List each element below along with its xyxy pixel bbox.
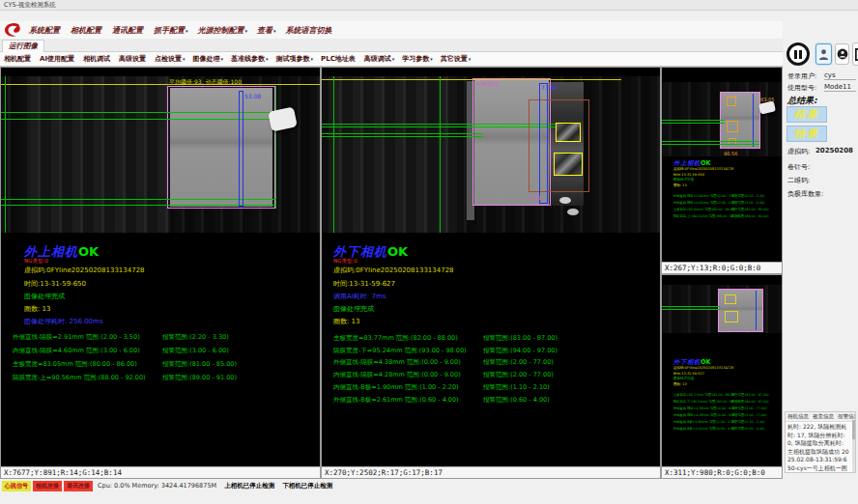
alarm-range-text: 报警范围:(89.00 - 91.00)	[731, 213, 768, 218]
mini-top-time-line: 时间:13-31-59-650	[673, 172, 704, 177]
middle-ai-detect-box-1	[556, 123, 581, 142]
measurement-text: 外侧直线-隔膜=4.38mm 范围:(0.00 - 9.00)	[333, 358, 483, 367]
left-green-vline-2	[275, 86, 276, 209]
person-icon	[818, 48, 829, 61]
alarm-range-text: 报警范围:(0.60 - 4.00)	[731, 426, 764, 431]
info-tab-vision[interactable]: 视觉信息	[813, 413, 834, 420]
virtual-code-label: 虚拟码:	[787, 147, 810, 156]
chevron-down-icon: ▾	[311, 56, 314, 62]
left-camera-canvas[interactable]: 平均阈值:93, 动态阈值:100 53.08 外上相机OK NG类型:0 虚拟…	[1, 68, 320, 466]
mini-top-detect-box-2	[727, 121, 738, 132]
alarm-range-text: 报警范围:(2.00 - 77.00)	[731, 412, 766, 417]
virtual-code-value: 20250208	[815, 147, 853, 154]
menu-item-label: 抓手配置	[154, 26, 185, 35]
chevron-down-icon: ▾	[469, 56, 472, 62]
menu-item[interactable]: 系统语言切换	[286, 25, 333, 36]
menu-item-label: 系统配置	[29, 26, 60, 35]
exit-button[interactable]	[852, 42, 858, 66]
status-badge: 心跳信号	[2, 481, 31, 491]
info-log-text: 耗时: 222, 纵隔检测耗时: 17, 纵隔分辨耗时: 0, 纵隔提取分离耗时…	[786, 422, 855, 473]
alarm-range-text: 报警范围:(1.10 - 2.10)	[731, 419, 764, 424]
middle-bottom-label: 2.61	[529, 194, 541, 201]
main-area: 平均阈值:93, 动态阈值:100 53.08 外上相机OK NG类型:0 虚拟…	[0, 67, 783, 479]
measurement-row: 隔膜宽度-上=90.56mm 范围:(88.00 - 92.00) 报警范围:(…	[673, 212, 782, 219]
info-tab-camera[interactable]: 相机信息	[787, 413, 809, 420]
needle-number-label: 卷针号:	[787, 162, 810, 172]
alarm-range-text: 报警范围:(0.60 - 4.00)	[483, 396, 550, 405]
mini-top-done-line: 图像处理完成	[673, 178, 694, 182]
toolbar-item[interactable]: 点检设置▾	[155, 54, 186, 64]
measurement-row: 主极宽度=83.77mm 范围:(82.00 - 88.00) 报警范围:(83…	[673, 391, 782, 398]
mini-bottom-canvas[interactable]: 外下相机OK 虚拟码:0FYIine20250208133134728 时间:1…	[662, 275, 782, 466]
toolbar-item-label: 高级设置	[119, 55, 146, 63]
user-button[interactable]	[815, 43, 832, 65]
toolbar-item-label: 基准线参数	[231, 55, 265, 63]
middle-camera-canvas[interactable]: AI检测框 73.80 2.61 外下相机OK NG类型:0 虚拟码:0FYIi…	[322, 68, 660, 466]
negative-count-label: 负极库数量:	[787, 189, 823, 199]
menu-item[interactable]: 光源控制配置▾	[198, 25, 248, 36]
toolbar-item[interactable]: 相机配置	[4, 54, 32, 64]
toolbar-item[interactable]: 高级设置	[119, 54, 147, 64]
chevron-down-icon: ▾	[245, 28, 248, 34]
menu-item[interactable]: 抓手配置▾	[154, 25, 188, 36]
alarm-range-text: 报警范围:(2.00 - 77.00)	[483, 371, 554, 379]
middle-ai-time-line: 调用AI耗时: 7ms	[333, 292, 386, 301]
toolbar-item-label: 相机调试	[83, 55, 110, 63]
toolbar-item-label: AI使用配置	[40, 55, 74, 63]
menu-item[interactable]: 查看▾	[257, 25, 276, 36]
alarm-range-text: 报警范围:(94.00 - 97.00)	[483, 347, 558, 355]
alarm-range-text: 报警范围:(2.00 - 77.00)	[483, 358, 554, 367]
mini-top-green-line-2	[662, 123, 725, 124]
menu-item[interactable]: 系统配置	[29, 25, 61, 36]
toolbar-item[interactable]: AI使用配置	[40, 54, 75, 64]
mini-bottom-green-line-1	[662, 306, 720, 307]
menu-items: 系统配置 相机配置 通讯配置 抓手配置▾ 光源控制配置▾ 查看▾ 系统语言切换	[24, 25, 338, 36]
middle-count-line: 圈数: 13	[333, 317, 360, 326]
measurement-row: 外侧直线-B极=2.61mm 范围:(0.60 - 4.00) 报警范围:(0.…	[673, 425, 782, 432]
measurement-row: 主极宽度=83.05mm 范围:(80.00 - 86.00) 报警范围:(81…	[13, 357, 237, 371]
measurement-row: 主极宽度=83.77mm 范围:(82.00 - 88.00) 报警范围:(83…	[333, 332, 558, 345]
mini-top-measurement-rows: 外侧直线-隔膜=2.91mm 范围:(2.00 - 3.50) 报警范围:(2.…	[673, 192, 782, 219]
toolbar-item[interactable]: 相机调试	[83, 54, 111, 64]
measurement-text: 主极宽度=83.77mm 范围:(82.00 - 88.00)	[333, 334, 483, 343]
pause-button[interactable]	[786, 42, 810, 66]
toolbar-item[interactable]: 测试项参数▾	[276, 54, 314, 64]
info-tab-alarm[interactable]: 报警信息	[838, 413, 856, 420]
toolbar-item-label: 高级调试	[364, 55, 391, 63]
alarm-range-text: 报警范围:(94.00 - 97.00)	[731, 399, 768, 404]
toolbar-item[interactable]: 学习参数▾	[402, 54, 433, 64]
measurement-text: 外侧直线-B极=2.61mm 范围:(0.60 - 4.00)	[673, 426, 731, 431]
mini-bottom-statusline: X:311;Y:980;R:0;G:0;B:0	[662, 466, 782, 478]
operator-button[interactable]	[835, 43, 849, 65]
toolbar-item[interactable]: 基准线参数▾	[231, 54, 269, 64]
measurement-text: 主极宽度=83.77mm 范围:(82.00 - 88.00)	[673, 392, 731, 397]
toolbar-item[interactable]: 图像处理▾	[193, 54, 224, 64]
alarm-range-text: 报警范围:(83.00 - 87.00)	[731, 392, 768, 397]
window-titlebar: CYS-视觉检测系统	[0, 0, 858, 11]
toolbar-item[interactable]: 其它设置▾	[441, 54, 472, 64]
menu-item[interactable]: 相机配置	[71, 25, 102, 36]
measurement-text: 内侧直线-隔膜=4.60mm 范围:(3.00 - 6.00)	[673, 200, 731, 205]
measurement-row: 外侧直线-隔膜=2.91mm 范围:(2.00 - 3.50) 报警范围:(2.…	[673, 192, 782, 199]
left-blue-measure-label: 53.08	[244, 93, 261, 99]
toolbar-item[interactable]: PLC地址表	[321, 54, 357, 64]
toolbar-item[interactable]: 高级调试▾	[364, 54, 395, 64]
left-result-ok: OK	[78, 244, 99, 259]
measurement-row: 内侧直线-B极=1.90mm 范围:(1.00 - 2.20) 报警范围:(1.…	[333, 381, 558, 394]
alarm-range-text: 报警范围:(3.00 - 6.00)	[731, 200, 764, 205]
info-scrollbar-thumb[interactable]	[852, 420, 855, 439]
measurement-row: 主极宽度=83.05mm 范围:(80.00 - 86.00) 报警范围:(81…	[673, 206, 782, 212]
menu-item[interactable]: 通讯配置	[112, 25, 144, 36]
measurement-text: 内侧直线-B极=1.90mm 范围:(1.00 - 2.20)	[673, 419, 731, 424]
tab-run-image[interactable]: 运行图像	[2, 40, 44, 52]
measurement-row: 内侧直线-隔膜=4.28mm 范围:(0.00 - 9.00) 报警范围:(2.…	[673, 411, 782, 418]
menu-item-label: 通讯配置	[112, 26, 143, 35]
mini-top-green-line-1	[662, 120, 725, 121]
alarm-range-text: 报警范围:(83.00 - 87.00)	[483, 334, 558, 343]
mini-top-canvas[interactable]: 83.05 90.56 外上相机OK 虚拟码:0FYIine2025020813…	[662, 68, 782, 262]
app-logo-icon	[3, 22, 24, 38]
alarm-range-text: 报警范围:(2.20 - 3.30)	[162, 333, 229, 342]
left-camera-panel: 平均阈值:93, 动态阈值:100 53.08 外上相机OK NG类型:0 虚拟…	[1, 68, 320, 478]
status-badge: 通讯连接	[64, 481, 93, 491]
status-bar: 心跳信号 相机连接 通讯连接 Cpu: 0.0% Memory: 3424.41…	[0, 480, 858, 491]
